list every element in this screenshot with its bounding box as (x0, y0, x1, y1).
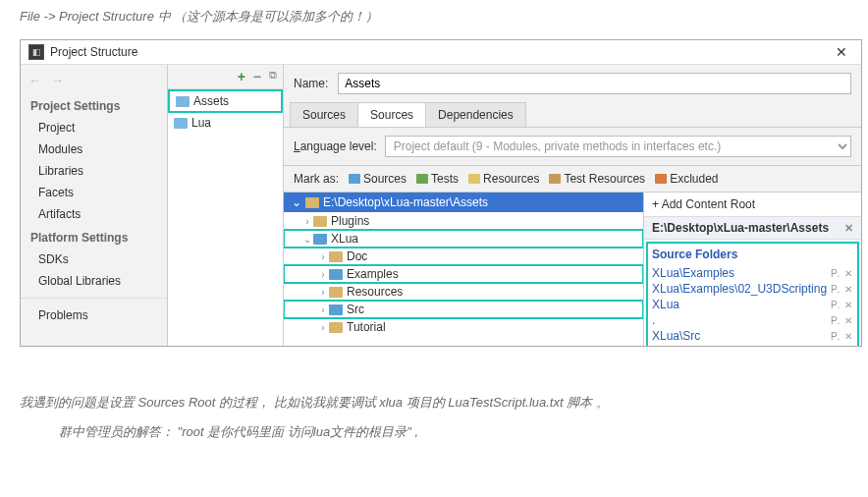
name-row: Name: (284, 65, 861, 102)
caption-mid: 我遇到的问题是设置 Sources Root 的过程， 比如说我就要调试 xlu… (0, 386, 868, 419)
folder-icon (329, 322, 343, 333)
name-label: Name: (294, 77, 328, 90)
tree-node-resources[interactable]: ›Resources (284, 283, 643, 301)
chevron-icon: › (301, 216, 313, 227)
sidebar-item-artifacts[interactable]: Artifacts (21, 203, 167, 225)
name-input[interactable] (338, 73, 851, 94)
source-folder-item[interactable]: XLua\Examples\02_U3DScriptingP. ✕ (652, 281, 853, 297)
language-level-label: Language level: (294, 139, 377, 153)
tree-node-examples[interactable]: ›Examples (284, 265, 643, 283)
source-folder-label: . (652, 313, 655, 327)
tests-icon (416, 174, 428, 184)
tab-dependencies[interactable]: Dependencies (425, 102, 526, 127)
tab-sources-1[interactable]: Sources (290, 102, 358, 127)
caption-top: File -> Project Structure 中 （这个源本身是可以添加多… (0, 0, 868, 33)
chevron-down-icon: ⌄ (292, 195, 301, 209)
sidebar-item-problems[interactable]: Problems (21, 304, 167, 326)
mark-excluded[interactable]: Excluded (655, 172, 718, 186)
folder-icon (305, 197, 319, 208)
sources-icon (349, 174, 360, 184)
titlebar: ◧ Project Structure ✕ (21, 40, 861, 65)
module-tabs: Sources Sources Dependencies (284, 102, 861, 128)
tree-node-label: Examples (347, 267, 399, 281)
tree-node-tutorial[interactable]: ›Tutorial (284, 318, 643, 336)
mark-resources[interactable]: Resources (468, 172, 539, 186)
mark-as-row: Mark as: Sources Tests Resources Test Re… (284, 166, 861, 193)
tree-node-label: Plugins (331, 214, 369, 228)
root-label: E:\Desktop\xLua-master\Assets (323, 195, 488, 209)
module-lua[interactable]: Lua (168, 113, 283, 133)
content-row: ⌄ E:\Desktop\xLua-master\Assets ›Plugins… (284, 193, 861, 346)
source-folder-label: XLua\Examples (652, 266, 734, 280)
mark-tests[interactable]: Tests (416, 172, 459, 186)
chevron-icon: ⌄ (301, 234, 313, 245)
language-level-select[interactable]: Project default (9 - Modules, private me… (385, 136, 851, 157)
source-folder-item[interactable]: XLuaP. ✕ (652, 297, 853, 312)
folder-icon (329, 287, 343, 298)
source-folder-item[interactable]: XLua\SrcP. ✕ (652, 328, 853, 344)
section-platform-settings: Platform Settings (21, 225, 167, 248)
sidebar-item-project[interactable]: Project (21, 117, 167, 138)
back-icon[interactable]: ← (28, 73, 41, 87)
project-structure-window: ◧ Project Structure ✕ ← → Project Settin… (20, 39, 862, 347)
tree-node-xlua[interactable]: ⌄XLua (284, 230, 643, 248)
source-folder-item[interactable]: XLua\ExamplesP. ✕ (652, 265, 853, 281)
copy-module-icon[interactable]: ⧉ (269, 69, 277, 84)
forward-icon[interactable]: → (51, 73, 64, 87)
tree-node-src[interactable]: ›Src (284, 301, 643, 318)
add-module-icon[interactable]: + (238, 69, 245, 84)
source-folders-box: Source Folders XLua\ExamplesP. ✕XLua\Exa… (646, 242, 859, 346)
language-level-row: Language level: Project default (9 - Mod… (284, 128, 861, 166)
module-detail: Name: Sources Sources Dependencies Langu… (284, 65, 861, 346)
window-title: Project Structure (50, 45, 830, 59)
folder-icon (313, 216, 327, 227)
folder-icon (174, 118, 188, 129)
sidebar-item-sdks[interactable]: SDKs (21, 248, 167, 270)
resources-icon (468, 174, 480, 184)
tree-node-doc[interactable]: ›Doc (284, 248, 643, 265)
folder-tree: ⌄ E:\Desktop\xLua-master\Assets ›Plugins… (284, 193, 643, 346)
mark-sources[interactable]: Sources (349, 172, 407, 186)
chevron-icon: › (317, 322, 329, 333)
source-folder-actions[interactable]: P. ✕ (831, 284, 853, 295)
remove-module-icon[interactable]: − (253, 69, 261, 84)
source-folder-item[interactable]: .P. ✕ (652, 312, 853, 328)
module-label: Assets (193, 94, 229, 108)
close-icon[interactable]: ✕ (830, 44, 853, 60)
source-folder-actions[interactable]: P. ✕ (831, 315, 853, 326)
remove-root-icon[interactable]: ✕ (844, 222, 853, 235)
chevron-icon: › (317, 304, 329, 315)
tree-node-label: XLua (331, 232, 358, 246)
chevron-icon: › (317, 251, 329, 262)
settings-sidebar: ← → Project Settings Project Modules Lib… (21, 65, 168, 346)
tree-node-label: Doc (347, 249, 367, 263)
tree-root[interactable]: ⌄ E:\Desktop\xLua-master\Assets (284, 193, 643, 212)
divider (21, 298, 167, 299)
app-icon: ◧ (28, 44, 44, 60)
mark-test-resources[interactable]: Test Resources (549, 172, 645, 186)
excluded-icon (655, 174, 667, 184)
section-project-settings: Project Settings (21, 93, 167, 117)
source-folder-actions[interactable]: P. ✕ (831, 300, 853, 310)
folder-icon (176, 96, 190, 107)
sidebar-item-modules[interactable]: Modules (21, 138, 167, 160)
source-folder-label: XLua\Src (652, 329, 700, 343)
folder-icon (329, 304, 343, 315)
sidebar-item-global-libraries[interactable]: Global Libraries (21, 270, 167, 292)
source-folder-actions[interactable]: P. ✕ (831, 331, 853, 342)
chevron-icon: › (317, 269, 329, 280)
module-list: + − ⧉ Assets Lua (168, 65, 284, 346)
module-assets[interactable]: Assets (168, 89, 283, 113)
mark-as-label: Mark as: (294, 172, 339, 186)
content-root-pane: + Add Content Root E:\Desktop\xLua-maste… (643, 193, 861, 346)
add-content-root-button[interactable]: + Add Content Root (644, 193, 861, 217)
folder-icon (313, 234, 327, 245)
sidebar-item-facets[interactable]: Facets (21, 182, 167, 203)
sidebar-item-libraries[interactable]: Libraries (21, 160, 167, 182)
tab-sources-2[interactable]: Sources (357, 102, 426, 127)
source-folders-title: Source Folders (652, 246, 853, 265)
folder-icon (329, 269, 343, 280)
tree-node-plugins[interactable]: ›Plugins (284, 212, 643, 230)
source-folder-actions[interactable]: P. ✕ (831, 268, 853, 279)
chevron-icon: › (317, 287, 329, 298)
